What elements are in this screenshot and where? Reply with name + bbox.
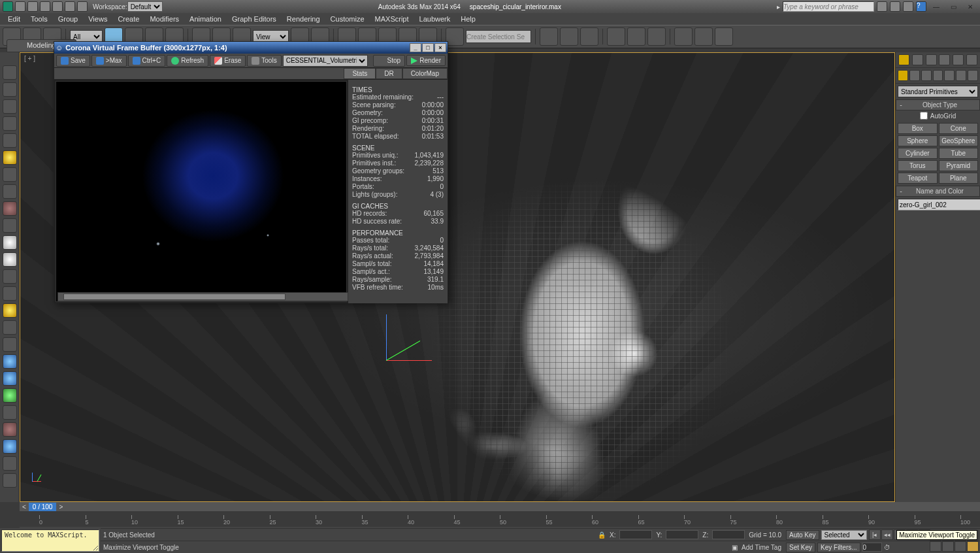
- lt-icon[interactable]: [3, 218, 17, 233]
- menu-create[interactable]: Create: [112, 14, 144, 24]
- lt-icon[interactable]: [3, 388, 17, 403]
- material-editor-icon[interactable]: [647, 27, 666, 46]
- lt-icon[interactable]: [3, 82, 17, 97]
- prim-pyramid[interactable]: Pyramid: [939, 160, 979, 171]
- named-sel-icon[interactable]: [446, 27, 464, 46]
- prim-teapot[interactable]: Teapot: [898, 173, 938, 184]
- time-tag-icon[interactable]: ▣: [732, 544, 738, 551]
- redo-icon[interactable]: [65, 1, 75, 12]
- prim-box[interactable]: Box: [898, 123, 938, 134]
- align-icon[interactable]: [560, 27, 578, 46]
- menu-maxscript[interactable]: MAXScript: [370, 14, 414, 24]
- autogrid-checkbox[interactable]: [920, 112, 928, 120]
- menu-tools[interactable]: Tools: [25, 14, 53, 24]
- vfb-tools-button[interactable]: Tools: [247, 55, 281, 67]
- time-config-icon[interactable]: ⏱: [884, 544, 890, 551]
- render-icon[interactable]: [715, 27, 733, 46]
- minimize-button[interactable]: —: [929, 1, 943, 12]
- cameras-cat-icon[interactable]: [933, 70, 943, 81]
- vfb-save-button[interactable]: Save: [56, 55, 90, 67]
- coord-y-input[interactable]: [666, 530, 698, 539]
- lights-cat-icon[interactable]: [921, 70, 932, 81]
- lt-icon[interactable]: [3, 116, 17, 131]
- lt-icon[interactable]: [3, 337, 17, 352]
- curve-editor-icon[interactable]: [607, 27, 625, 46]
- menu-laubwerk[interactable]: Laubwerk: [414, 14, 456, 24]
- lt-icon[interactable]: [3, 99, 17, 114]
- zoom-ext-icon[interactable]: [930, 541, 941, 552]
- keyfilters-button[interactable]: Key Filters...: [817, 543, 860, 552]
- help-icon[interactable]: ?: [916, 1, 926, 12]
- lt-icon[interactable]: [3, 354, 17, 369]
- systems-cat-icon[interactable]: [968, 70, 978, 81]
- prim-cone[interactable]: Cone: [939, 123, 979, 134]
- prim-geosphere[interactable]: GeoSphere: [939, 135, 979, 146]
- lt-icon[interactable]: [3, 201, 17, 216]
- lt-icon[interactable]: [3, 133, 17, 148]
- lt-icon[interactable]: [3, 456, 17, 471]
- vfb-tab-stats[interactable]: Stats: [344, 68, 376, 79]
- search-box[interactable]: [783, 1, 874, 12]
- display-tab-icon[interactable]: [953, 54, 964, 65]
- menu-views[interactable]: Views: [83, 14, 112, 24]
- vfb-hscroll[interactable]: [57, 292, 348, 301]
- lt-icon[interactable]: [3, 286, 17, 301]
- maximize-button[interactable]: ▭: [946, 1, 960, 12]
- vfb-max-button[interactable]: □: [422, 43, 434, 52]
- spacewarps-cat-icon[interactable]: [956, 70, 966, 81]
- utilities-tab-icon[interactable]: [966, 54, 977, 65]
- vfb-max-button[interactable]: >Max: [91, 55, 127, 67]
- lt-icon[interactable]: [3, 422, 17, 437]
- vfb-refresh-button[interactable]: Refresh: [167, 55, 208, 67]
- exchangestore-icon[interactable]: [890, 1, 900, 12]
- vfb-erase-button[interactable]: Erase: [210, 55, 246, 67]
- autokey-button[interactable]: Auto Key: [786, 530, 819, 540]
- lt-icon[interactable]: [3, 405, 17, 420]
- lt-icon[interactable]: [3, 184, 17, 199]
- viewport-label[interactable]: [ + ]: [24, 55, 35, 62]
- menu-edit[interactable]: Edit: [3, 14, 25, 24]
- vfb-tab-colormap[interactable]: ColorMap: [402, 68, 448, 79]
- mirror-icon[interactable]: [540, 27, 558, 46]
- prim-sphere[interactable]: Sphere: [898, 135, 938, 146]
- menu-grapheditors[interactable]: Graph Editors: [227, 14, 282, 24]
- project-icon[interactable]: [77, 1, 88, 12]
- prim-tube[interactable]: Tube: [939, 148, 979, 159]
- menu-group[interactable]: Group: [53, 14, 84, 24]
- layers-icon[interactable]: [580, 27, 598, 46]
- lt-icon[interactable]: [3, 371, 17, 386]
- lock-icon[interactable]: 🔒: [598, 531, 606, 539]
- menu-modifiers[interactable]: Modifiers: [144, 14, 184, 24]
- signin-icon[interactable]: [877, 1, 887, 12]
- modify-tab-icon[interactable]: [912, 54, 923, 65]
- vfb-titlebar[interactable]: ☺Corona Virtual Frame Buffer (3000x1277p…: [54, 42, 448, 54]
- lt-icon[interactable]: [3, 252, 17, 267]
- open-icon[interactable]: [27, 1, 38, 12]
- lt-icon[interactable]: [3, 439, 17, 454]
- frame-indicator[interactable]: 0 / 100: [29, 503, 57, 511]
- new-icon[interactable]: [15, 1, 25, 12]
- hierarchy-tab-icon[interactable]: [926, 54, 937, 65]
- setkey-button[interactable]: Set Key: [786, 543, 815, 552]
- app-icon[interactable]: [3, 1, 13, 12]
- vfb-min-button[interactable]: _: [410, 43, 421, 52]
- menu-help[interactable]: Help: [455, 14, 481, 24]
- prim-torus[interactable]: Torus: [898, 160, 938, 171]
- orbit-icon[interactable]: [942, 541, 954, 552]
- maxscript-listener[interactable]: Welcome to MAXScript.: [1, 529, 99, 552]
- favorites-icon[interactable]: [903, 1, 913, 12]
- menu-rendering[interactable]: Rendering: [282, 14, 325, 24]
- lt-icon[interactable]: [3, 320, 17, 335]
- time-ruler[interactable]: 0510152025303540455055606570758085909510…: [20, 511, 980, 527]
- shapes-cat-icon[interactable]: [909, 70, 920, 81]
- goto-start-icon[interactable]: |◂: [869, 529, 881, 540]
- lt-icon[interactable]: [3, 150, 17, 165]
- lt-icon[interactable]: [3, 167, 17, 182]
- save-icon[interactable]: [40, 1, 50, 12]
- timeline-right-arrow[interactable]: >: [59, 503, 63, 511]
- subcategory-dropdown[interactable]: Standard Primitives: [898, 86, 978, 97]
- close-button[interactable]: ✕: [963, 1, 977, 12]
- current-frame-input[interactable]: [862, 543, 882, 552]
- menu-animation[interactable]: Animation: [184, 14, 227, 24]
- named-selection-set[interactable]: [466, 30, 531, 43]
